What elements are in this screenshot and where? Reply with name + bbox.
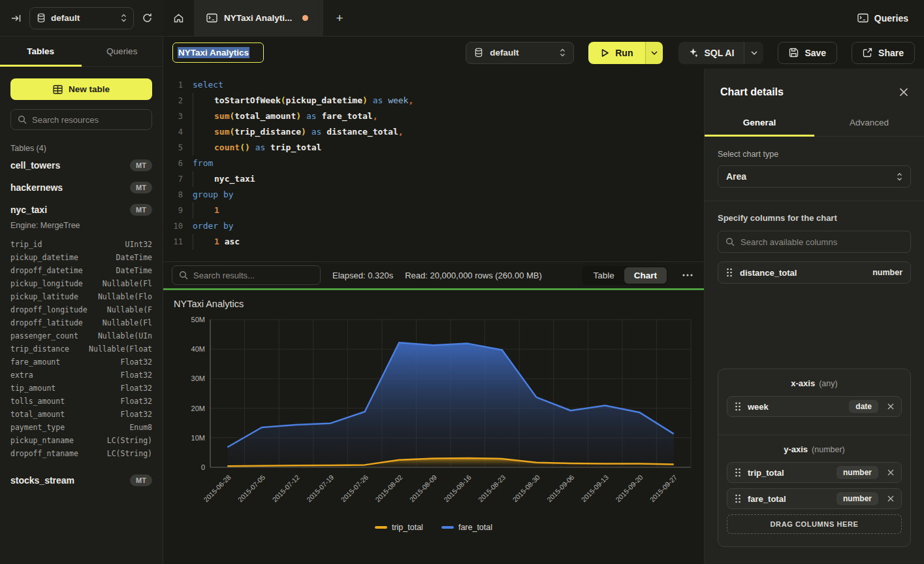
engine-badge: MT: [130, 182, 152, 193]
drag-columns-dropzone[interactable]: DRAG COLUMNS HERE: [727, 514, 902, 534]
table-item-stocks-stream[interactable]: stocks_stream MT: [0, 469, 163, 491]
play-icon: [601, 48, 609, 58]
new-tab-button[interactable]: +: [324, 0, 355, 36]
svg-text:2015-09-27: 2015-09-27: [648, 473, 679, 504]
column-type: Float32: [121, 384, 152, 393]
query-title-input[interactable]: NYTaxi Analytics: [172, 42, 264, 63]
column-type: Float32: [121, 410, 152, 419]
new-table-label: New table: [69, 84, 110, 94]
x-axis-hint: (any): [819, 379, 837, 388]
resource-search[interactable]: [10, 109, 152, 130]
run-options-button[interactable]: [645, 42, 663, 64]
column-list: trip_idUInt32pickup_datetimeDateTimedrop…: [0, 235, 163, 461]
table-item-hackernews[interactable]: hackernews MT: [0, 176, 163, 199]
resource-search-input[interactable]: [32, 115, 145, 125]
table-item-cell-towers[interactable]: cell_towers MT: [0, 154, 163, 176]
chevron-updown-icon: [121, 14, 127, 22]
drag-handle-icon: [735, 402, 741, 411]
table-item-nyc-taxi[interactable]: nyc_taxi MT: [0, 199, 163, 221]
chevron-updown-icon: [560, 48, 566, 57]
refresh-icon[interactable]: [142, 12, 153, 24]
svg-text:2015-06-28: 2015-06-28: [202, 473, 232, 504]
engine-badge: MT: [130, 159, 152, 171]
code-line: 6from: [163, 156, 704, 171]
y-axis-chip-trip-total[interactable]: trip_total number: [727, 462, 902, 483]
column-search-input[interactable]: [741, 237, 903, 247]
column-search[interactable]: [718, 231, 911, 253]
svg-text:2015-09-20: 2015-09-20: [614, 473, 645, 504]
code-line: 1select: [163, 77, 704, 93]
y-axis-chip-fare-total[interactable]: fare_total number: [727, 488, 902, 509]
app-window: default NYTaxi Analyti... +: [0, 0, 924, 564]
svg-text:2015-08-23: 2015-08-23: [477, 473, 507, 504]
run-button-group: Run: [588, 42, 663, 64]
code-line: 91: [163, 203, 704, 218]
remove-icon[interactable]: [887, 469, 894, 476]
drag-handle-icon: [726, 268, 733, 277]
engine-badge: MT: [130, 204, 152, 216]
run-button[interactable]: Run: [588, 42, 645, 64]
axis-assignment-box: x-axis(any) week date: [718, 369, 911, 547]
top-bar: default NYTaxi Analyti... +: [0, 0, 924, 37]
sql-editor[interactable]: 1select2toStartOfWeek(pickup_datetime) a…: [163, 69, 704, 261]
save-button[interactable]: Save: [778, 42, 837, 64]
collapse-sidebar-icon[interactable]: [10, 13, 22, 24]
legend-swatch-yellow: [375, 526, 387, 529]
panel-title: Chart details: [720, 86, 784, 98]
column-type: Float32: [121, 371, 152, 380]
sql-ai-button[interactable]: SQL AI: [678, 42, 744, 64]
remove-icon[interactable]: [887, 403, 894, 410]
column-type: Nullable(Fl: [103, 318, 152, 327]
close-icon[interactable]: [899, 88, 908, 97]
sidebar-tab-queries[interactable]: Queries: [82, 37, 163, 66]
column-name: pickup_datetime: [10, 253, 78, 262]
column-chip-type: number: [872, 268, 902, 277]
share-label: Share: [878, 48, 904, 58]
column-type: DateTime: [116, 266, 152, 275]
x-axis-chip-week[interactable]: week date: [727, 396, 902, 417]
new-table-button[interactable]: New table: [10, 78, 152, 100]
line-number: 2: [163, 93, 183, 108]
column-name: dropoff_latitude: [10, 318, 83, 327]
y-axis-hint: (number): [812, 445, 845, 454]
queries-button[interactable]: Queries: [842, 0, 924, 36]
panel-tab-general[interactable]: General: [705, 110, 814, 136]
y-axis-label: y-axis: [784, 444, 808, 454]
panel-tabs: General Advanced: [705, 110, 924, 137]
tab-home[interactable]: [163, 0, 195, 36]
chart-type-select[interactable]: Area: [718, 165, 911, 188]
share-button[interactable]: Share: [852, 42, 915, 64]
main-column: 1select2toStartOfWeek(pickup_datetime) a…: [163, 69, 704, 564]
results-search-input[interactable]: [193, 271, 313, 280]
sql-ai-button-group: SQL AI: [678, 42, 763, 64]
tab-nytaxi-analytics[interactable]: NYTaxi Analyti...: [195, 0, 324, 36]
tab-strip: NYTaxi Analyti... + Queries: [163, 0, 924, 36]
svg-text:2015-08-02: 2015-08-02: [374, 473, 404, 504]
more-options-icon[interactable]: [680, 274, 695, 276]
line-number: 4: [163, 124, 183, 140]
run-database-selector[interactable]: default: [466, 42, 574, 64]
column-row: pickup_longitudeNullable(Fl: [0, 277, 163, 290]
legend-fare-total[interactable]: fare_total: [441, 523, 492, 532]
table-name: stocks_stream: [10, 475, 74, 486]
sidebar-tabs: Tables Queries: [0, 37, 163, 67]
results-search[interactable]: [172, 265, 321, 285]
line-number: 10: [163, 218, 183, 234]
sql-ai-label: SQL AI: [704, 48, 734, 58]
legend-trip-total[interactable]: trip_total: [375, 523, 423, 532]
svg-text:2015-09-06: 2015-09-06: [545, 473, 576, 504]
code-line: 4sum(trip_distance) as distance_total,: [163, 124, 704, 140]
svg-text:10M: 10M: [191, 434, 205, 442]
sidebar-tab-tables[interactable]: Tables: [0, 37, 82, 66]
column-name: dropoff_longitude: [10, 305, 88, 314]
view-toggle-chart[interactable]: Chart: [624, 267, 667, 284]
database-selector[interactable]: default: [29, 7, 134, 29]
remove-icon[interactable]: [887, 495, 894, 502]
sql-ai-options-button[interactable]: [744, 42, 763, 64]
chart-panel: NYTaxi Analytics 010M20M30M40M50M2015-06…: [163, 290, 704, 564]
column-type: Nullable(Flo: [98, 292, 152, 301]
query-toolbar: NYTaxi Analytics default Run: [163, 37, 924, 69]
view-toggle-table[interactable]: Table: [583, 267, 624, 284]
panel-tab-advanced[interactable]: Advanced: [814, 110, 924, 136]
available-column-distance-total[interactable]: distance_total number: [718, 261, 911, 284]
